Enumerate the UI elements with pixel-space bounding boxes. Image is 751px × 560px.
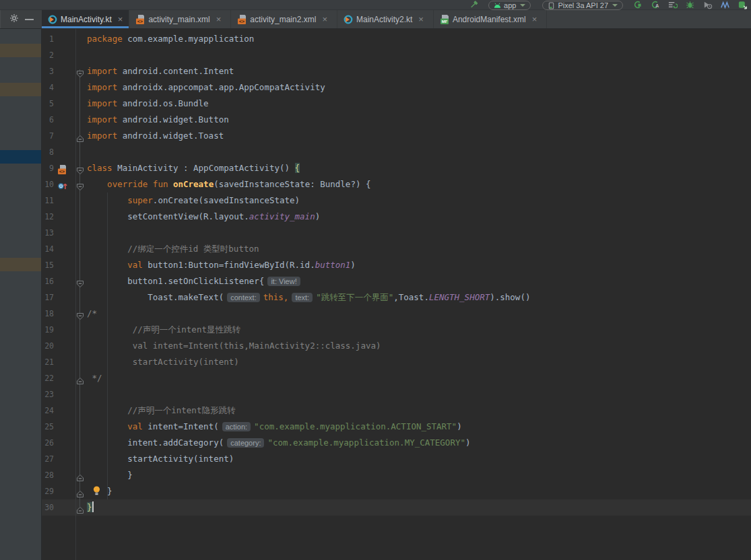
android-head-icon [494,2,501,9]
line-number: 27 [42,451,54,467]
fold-marker-down[interactable] [76,310,84,318]
code-line: 18/* [42,306,751,322]
intention-bulb-icon[interactable] [92,485,102,501]
layout-xml-icon[interactable]: <> [57,164,67,174]
line-number: 21 [42,354,54,370]
attach-debugger-icon[interactable] [667,0,678,9]
line-number: 7 [42,128,54,144]
line-number: 8 [42,144,54,160]
code-text: Toast.makeText(context:this,text:"跳转至下一个… [87,289,530,306]
tab-activity_main2.xml[interactable]: <>activity_main2.xml× [231,10,337,28]
device-select[interactable]: Pixel 3a API 27 [542,1,623,10]
tab-MainActivity.kt[interactable]: MainActivity.kt× [42,10,129,28]
tab-close-icon[interactable]: × [216,15,222,24]
fold-marker-down[interactable] [76,67,84,75]
manifest-icon: MF [440,15,449,24]
build-hammer-icon[interactable] [468,0,480,9]
code-text: val button1:Button=findViewById(R.id.but… [87,257,356,273]
chevron-down-icon [520,4,525,7]
apply-code-changes-icon[interactable]: A [649,0,661,9]
code-line: 13 [42,225,751,241]
code-line: 26 intent.addCategory(category:"com.exam… [42,435,751,451]
override-method-icon[interactable] [57,180,67,190]
code-line: 10 override fun onCreate(savedInstanceSt… [42,176,751,193]
code-text: package com.example.myapplication [87,31,254,47]
tab-close-icon[interactable]: × [322,15,327,24]
code-line: 23 [42,386,751,403]
code-text: startActivity(intent) [87,354,239,370]
device-label: Pixel 3a API 27 [558,1,608,9]
line-number: 29 [42,483,54,499]
code-text: import androidx.appcompat.app.AppCompatA… [87,79,325,96]
parameter-hint: category: [227,438,264,448]
line-number: 24 [42,403,54,419]
line-number: 22 [42,370,54,386]
fold-marker-down[interactable] [76,277,84,285]
code-text: import android.os.Bundle [87,96,209,112]
code-text: //绑定一个控件id 类型时button [87,241,259,257]
code-line: 3import android.content.Intent [42,63,751,79]
code-line: 28 } [42,467,751,483]
fold-marker-down[interactable] [76,164,84,172]
line-number: 5 [42,96,54,112]
run-configuration-select[interactable]: app [488,1,531,10]
main-toolbar: app Pixel 3a API 27 A [0,0,751,10]
line-number: 1 [42,31,54,47]
line-number: 18 [42,306,54,322]
code-text: import android.widget.Button [87,112,229,128]
debug-icon[interactable] [684,0,696,9]
line-number: 17 [42,289,54,306]
kotlin-class-icon [48,15,57,24]
code-line: 24 //声明一个intent隐形跳转 [42,403,751,419]
chevron-down-icon [612,4,618,7]
parameter-hint: action: [222,422,251,431]
code-text: class MainActivity : AppCompatActivity()… [87,160,300,176]
code-line: 4import androidx.appcompat.app.AppCompat… [42,79,751,96]
fold-marker-down[interactable] [76,180,84,188]
apply-changes-restart-icon[interactable] [632,0,643,9]
code-line: 6import android.widget.Button [42,112,751,128]
fold-marker-up[interactable] [76,471,84,479]
parameter-hint: text: [292,293,313,302]
tab-label: activity_main2.xml [250,15,316,24]
project-panel-settings-gear-icon[interactable] [9,13,19,26]
profiler-icon[interactable] [719,0,731,9]
line-number: 15 [42,257,54,273]
code-editor[interactable]: 1package com.example.myapplication23impo… [42,29,751,560]
code-line: 11 super.onCreate(savedInstanceState) [42,193,751,209]
svg-text:<>: <> [59,169,65,174]
svg-text:<>: <> [137,19,143,24]
code-line: 27 startActivity(intent) [42,451,751,467]
code-line: 29 } [42,483,751,499]
tab-label: activity_main.xml [148,15,209,24]
tab-AndroidManifest.xml[interactable]: MFAndroidManifest.xml× [434,10,547,28]
code-text: import android.widget.Toast [87,128,224,144]
line-number: 12 [42,209,54,225]
tab-close-icon[interactable]: × [532,15,537,24]
code-text: val intent=Intent(action:"com.example.my… [87,419,462,435]
fold-marker-up[interactable] [76,374,84,382]
tab-close-icon[interactable]: × [418,15,424,24]
profile-icon[interactable] [702,0,713,9]
tab-MainActivity2.kt[interactable]: MainActivity2.kt× [337,10,434,28]
tab-activity_main.xml[interactable]: <>activity_main.xml× [129,10,231,28]
code-line: 30} [42,499,751,516]
code-text: setContentView(R.layout.activity_main) [87,209,320,225]
code-text: } [87,483,112,501]
project-row-highlight [0,44,41,57]
code-text: val intent=Intent(this,MainActivity2::cl… [87,338,381,354]
fold-marker-up[interactable] [76,487,84,495]
code-line: 7import android.widget.Toast [42,128,751,144]
device-manager-icon[interactable] [737,0,748,9]
code-text: import android.content.Intent [87,63,234,79]
fold-marker-up[interactable] [76,503,84,512]
editor-tabs: MainActivity.kt×<>activity_main.xml×<>ac… [42,10,547,28]
line-number: 3 [42,63,54,79]
code-line: 1package com.example.myapplication [42,31,751,47]
fold-marker-up[interactable] [76,132,84,140]
tab-close-icon[interactable]: × [118,15,123,24]
hide-panel-minus-icon[interactable] [25,19,34,20]
code-line: 5import android.os.Bundle [42,96,751,112]
project-panel-strip[interactable] [0,29,42,560]
line-number: 20 [42,338,54,354]
